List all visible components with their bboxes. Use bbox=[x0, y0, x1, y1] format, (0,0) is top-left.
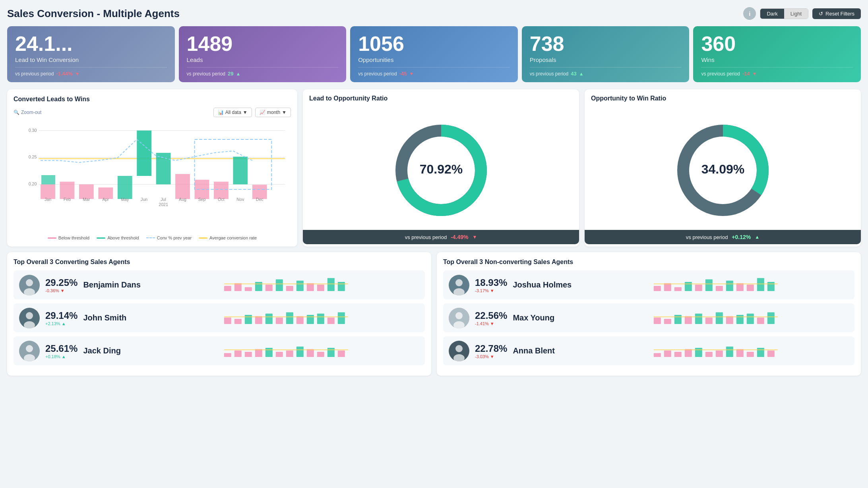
kpi-card-wins: 360 Wins vs previous period -14 ▼ bbox=[693, 26, 861, 82]
opportunity-win-title: Opportunity to Win Ratio bbox=[591, 95, 854, 102]
light-theme-button[interactable]: Light bbox=[784, 9, 808, 19]
agent-avatar bbox=[19, 308, 40, 328]
kpi-arrow-lead-to-win: ▼ bbox=[75, 71, 80, 77]
svg-rect-60 bbox=[255, 316, 262, 324]
svg-text:Sep: Sep bbox=[198, 197, 205, 202]
kpi-card-proposals: 738 Proposals vs previous period 43 ▲ bbox=[522, 26, 690, 82]
svg-rect-125 bbox=[695, 348, 702, 357]
legend-above-label: Above threshold bbox=[107, 235, 139, 240]
all-data-label: All data bbox=[225, 110, 241, 115]
header-row: Sales Conversion - Multiple Agents i Dar… bbox=[7, 7, 861, 20]
kpi-value-lead-to-win: 24.1... bbox=[15, 33, 167, 54]
lead-opportunity-header: Lead to Opportunity Ratio bbox=[303, 89, 579, 111]
legend-below: Below threshold bbox=[48, 235, 89, 240]
svg-point-103 bbox=[455, 312, 463, 319]
converting-agents-list: 29.25% -0.36% ▼ Benjamin Dans 29.14% +2.… bbox=[14, 270, 425, 365]
info-button[interactable]: i bbox=[743, 7, 756, 20]
converted-leads-title: Converted Leads to Wins bbox=[14, 96, 291, 103]
agent-pct: 25.61% bbox=[45, 343, 78, 354]
top-non-converting-title: Top Overall 3 Non-converting Sales Agent… bbox=[443, 258, 854, 266]
agent-row: 29.14% +2.13% ▲ John Smith bbox=[14, 303, 425, 332]
kpi-change-opportunities: -45 bbox=[399, 71, 407, 77]
svg-rect-57 bbox=[224, 318, 231, 324]
svg-text:May: May bbox=[121, 197, 129, 202]
opportunity-win-value: 34.09% bbox=[701, 162, 744, 176]
agent-arrow: ▲ bbox=[62, 354, 66, 359]
svg-rect-68 bbox=[338, 312, 345, 324]
zoom-out-button[interactable]: 🔍 Zoom-out bbox=[14, 110, 41, 115]
kpi-vs-lead-to-win: vs previous period -1.44% ▼ bbox=[15, 67, 167, 77]
svg-rect-12 bbox=[118, 176, 132, 199]
svg-rect-46 bbox=[276, 280, 283, 291]
opp-win-arrow: ▲ bbox=[755, 234, 760, 240]
legend-prev: Conv % prev year bbox=[146, 235, 192, 240]
svg-rect-115 bbox=[757, 318, 764, 324]
reset-filters-button[interactable]: ↺ Reset Filters bbox=[812, 8, 861, 19]
agent-pct: 18.93% bbox=[475, 277, 507, 288]
kpi-vs-text: vs previous period bbox=[187, 71, 225, 77]
svg-rect-121 bbox=[654, 353, 661, 357]
bar-icon: 📈 bbox=[260, 110, 265, 115]
svg-rect-108 bbox=[685, 316, 692, 324]
month-label: month bbox=[267, 110, 280, 115]
kpi-vs-text: vs previous period bbox=[358, 71, 397, 77]
zoom-out-label: Zoom-out bbox=[21, 110, 41, 115]
kpi-label-proposals: Proposals bbox=[530, 56, 682, 63]
chevron-down-icon2: ▼ bbox=[282, 110, 287, 115]
svg-text:Dec: Dec bbox=[256, 197, 264, 202]
kpi-arrow-proposals: ▲ bbox=[579, 71, 584, 77]
svg-rect-17 bbox=[214, 182, 229, 199]
agent-avatar bbox=[19, 275, 40, 295]
agent-name: Joshua Holmes bbox=[513, 280, 572, 289]
month-filter[interactable]: 📈 month ▼ bbox=[255, 108, 291, 117]
svg-rect-18 bbox=[233, 157, 248, 185]
svg-rect-63 bbox=[286, 312, 293, 324]
kpi-vs-proposals: vs previous period 43 ▲ bbox=[530, 67, 682, 77]
kpi-label-wins: Wins bbox=[701, 56, 853, 63]
svg-text:Aug: Aug bbox=[179, 197, 186, 202]
agent-avatar bbox=[19, 341, 40, 361]
svg-rect-48 bbox=[296, 281, 304, 291]
agent-arrow: ▼ bbox=[60, 288, 65, 293]
svg-rect-62 bbox=[276, 318, 283, 324]
lead-opportunity-title: Lead to Opportunity Ratio bbox=[309, 95, 573, 102]
agent-sparkline bbox=[578, 307, 849, 328]
bar-chart-svg: 0.30 0.25 0.20 bbox=[17, 120, 287, 231]
svg-rect-131 bbox=[757, 348, 764, 357]
opp-win-change: +0.12% bbox=[732, 234, 751, 240]
svg-rect-41 bbox=[224, 286, 231, 291]
bar-chart-area: 0.30 0.25 0.20 bbox=[17, 120, 287, 231]
svg-text:Oct: Oct bbox=[218, 197, 225, 202]
svg-rect-65 bbox=[307, 315, 314, 324]
top-non-converting-panel: Top Overall 3 Non-converting Sales Agent… bbox=[437, 252, 861, 376]
svg-rect-67 bbox=[327, 318, 335, 324]
svg-rect-116 bbox=[767, 312, 775, 324]
svg-point-119 bbox=[455, 345, 463, 352]
agent-row: 22.78% -3.03% ▼ Anna Blent bbox=[443, 336, 854, 365]
svg-rect-59 bbox=[245, 315, 252, 324]
agent-row: 18.93% -3.17% ▼ Joshua Holmes bbox=[443, 270, 854, 299]
kpi-arrow-leads: ▲ bbox=[236, 71, 240, 77]
main-grid: Converted Leads to Wins 🔍 Zoom-out 📊 All… bbox=[7, 89, 861, 247]
agent-change: -3.03% ▼ bbox=[475, 354, 507, 359]
agent-change: -3.17% ▼ bbox=[475, 288, 507, 293]
page-title: Sales Conversion - Multiple Agents bbox=[7, 8, 180, 20]
svg-rect-79 bbox=[286, 351, 293, 357]
all-data-filter[interactable]: 📊 All data ▼ bbox=[213, 108, 252, 117]
svg-text:Jul: Jul bbox=[161, 197, 166, 202]
dark-theme-button[interactable]: Dark bbox=[760, 9, 784, 19]
svg-rect-98 bbox=[747, 285, 754, 291]
svg-text:Jun: Jun bbox=[141, 197, 147, 202]
svg-rect-110 bbox=[705, 318, 713, 324]
kpi-change-lead-to-win: -1.44% bbox=[56, 71, 72, 77]
top-converting-panel: Top Overall 3 Converting Sales Agents 29… bbox=[7, 252, 431, 376]
svg-rect-111 bbox=[716, 312, 723, 324]
svg-rect-129 bbox=[736, 349, 744, 357]
svg-rect-82 bbox=[317, 352, 324, 357]
reset-label: Reset Filters bbox=[825, 11, 854, 17]
svg-rect-97 bbox=[736, 283, 744, 291]
svg-rect-50 bbox=[317, 285, 324, 291]
agent-sparkline bbox=[148, 274, 419, 295]
kpi-value-proposals: 738 bbox=[530, 33, 682, 54]
opportunity-win-panel: Opportunity to Win Ratio 34.09% vs previ… bbox=[585, 89, 861, 247]
